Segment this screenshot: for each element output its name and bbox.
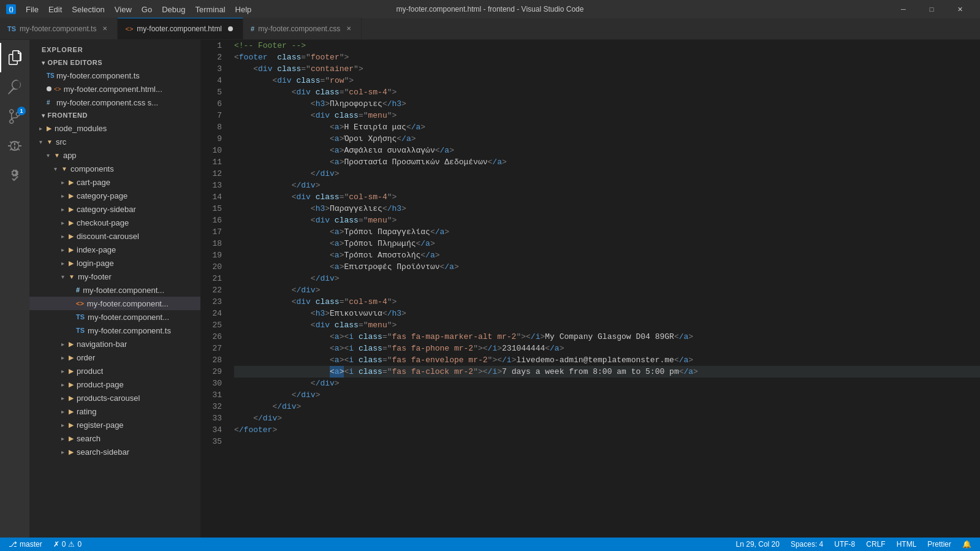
open-editor-item[interactable]: <>my-footer.component.html... [29,82,200,96]
tree-item[interactable]: ▾▼components [29,162,200,175]
code-line[interactable]: <div class="col-sm-4"> [234,296,980,308]
tree-item[interactable]: ▸▶checkout-page [29,216,200,229]
menu-help[interactable]: Help [230,0,257,18]
activity-debug[interactable] [0,131,29,161]
status-cursor[interactable]: Ln 29, Col 20 [734,538,782,551]
status-spaces[interactable]: Spaces: 4 [788,538,826,551]
code-line[interactable]: <a>Προστασία Προσωπικών Δεδομένων</a> [234,156,980,168]
tree-item[interactable]: ▸▶category-page [29,189,200,202]
tree-item[interactable]: ▸▶product-page [29,378,200,391]
tab-html[interactable]: <>my-footer.component.html [118,18,243,39]
menu-selection[interactable]: Selection [67,0,109,18]
tree-item[interactable]: ▾▼src [29,135,200,148]
code-line[interactable]: <h3>Πληροφοριες</h3> [234,98,980,110]
tree-item[interactable]: #my-footer.component... [29,283,200,297]
code-line[interactable]: <a><i class="fas fa-envelope mr-2"></i>l… [234,354,980,366]
status-branch[interactable]: ⎇ master [6,538,45,551]
tree-item[interactable]: ▸▶products-carousel [29,391,200,405]
code-line[interactable]: <a><i class="fas fa-clock mr-2"></i>7 da… [234,366,980,378]
tree-item[interactable]: ▸▶node_modules [29,121,200,135]
tree-item[interactable]: <>my-footer.component... [29,297,200,310]
activity-scm[interactable]: 1 [0,102,29,131]
code-line[interactable]: <div class="menu"> [234,215,980,226]
code-line[interactable]: <!-- Footer --> [234,40,980,51]
tree-item[interactable]: ▾▼app [29,148,200,162]
menu-go[interactable]: Go [137,0,157,18]
minimize-button[interactable]: ─ [889,0,917,18]
activity-extensions[interactable] [0,161,29,190]
open-editor-item[interactable]: #my-footer.component.css s... [29,96,200,109]
tree-item[interactable]: ▸▶navigation-bar [29,337,200,351]
tab-close[interactable] [226,24,235,34]
code-line[interactable]: </div> [234,389,980,401]
code-line[interactable]: <div class="col-sm-4"> [234,86,980,98]
tree-item-label: my-footer.component.ts [88,326,171,335]
code-line[interactable]: </div> [234,412,980,424]
tree-item[interactable]: ▸▶category-sidebar [29,202,200,216]
maximize-button[interactable]: □ [917,0,946,18]
close-button[interactable]: ✕ [946,0,974,18]
tab-ts[interactable]: TSmy-footer.component.ts✕ [0,18,118,39]
code-line[interactable]: <a>Ασφάλεια συναλλαγών</a> [234,145,980,156]
tree-item[interactable]: ▸▶register-page [29,418,200,431]
code-line[interactable]: <div class="col-sm-4"> [234,191,980,203]
code-line[interactable]: </div> [234,273,980,284]
code-line[interactable]: <div class="menu"> [234,110,980,121]
tab-close[interactable]: ✕ [344,24,354,34]
code-line[interactable]: <a><i class="fas fa-phone mr-2"></i>2310… [234,343,980,354]
tree-item[interactable]: TSmy-footer.component.ts [29,324,200,337]
status-errors[interactable]: ✗ 0 ⚠ 0 [51,538,84,551]
code-line[interactable]: <div class="container"> [234,63,980,75]
menu-edit[interactable]: Edit [44,0,67,18]
tree-item[interactable]: ▸▶rating [29,405,200,418]
code-line[interactable]: </footer> [234,424,980,436]
tree-item-label: discount-carousel [77,232,139,241]
tree-item[interactable]: ▸▶search [29,431,200,445]
tree-item[interactable]: ▸▶login-page [29,256,200,270]
code-line[interactable]: <div class="menu"> [234,319,980,331]
tab-css[interactable]: #my-footer.component.css✕ [243,18,362,39]
code-line[interactable]: </div> [234,401,980,412]
tab-close[interactable]: ✕ [100,24,110,34]
code-line[interactable]: <footer class="footer"> [234,51,980,63]
tree-item[interactable]: ▾▼my-footer [29,270,200,283]
open-editor-item[interactable]: TSmy-footer.component.ts [29,69,200,82]
code-line[interactable]: <a>Τρόποι Πληρωμής</a> [234,238,980,249]
tree-item[interactable]: ▸▶order [29,351,200,364]
code-line[interactable] [234,436,980,447]
activity-search[interactable] [0,72,29,102]
tree-item[interactable]: TSmy-footer.component... [29,310,200,324]
tree-item[interactable]: ▸▶cart-page [29,175,200,189]
code-line[interactable]: </div> [234,284,980,296]
tree-item[interactable]: ▸▶search-sidebar [29,445,200,458]
open-editors-header[interactable]: ▾ OPEN EDITORS [29,56,200,69]
code-editor[interactable]: <!-- Footer --><footer class="footer"> <… [232,40,980,538]
menu-debug[interactable]: Debug [157,0,190,18]
code-line[interactable]: <h3>Παραγγελιες</h3> [234,203,980,215]
frontend-header[interactable]: ▾ FRONTEND [29,109,200,121]
code-line[interactable]: </div> [234,378,980,389]
code-line[interactable]: <div class="row"> [234,75,980,86]
code-line[interactable]: <a><i class="fas fa-map-marker-alt mr-2"… [234,331,980,343]
status-formatter[interactable]: Prettier [925,538,954,551]
menu-view[interactable]: View [110,0,137,18]
status-encoding[interactable]: UTF-8 [832,538,857,551]
menu-file[interactable]: File [21,0,44,18]
tree-item[interactable]: ▸▶discount-carousel [29,229,200,243]
code-line[interactable]: <h3>Επικοινωνια</h3> [234,308,980,319]
tree-item[interactable]: ▸▶index-page [29,243,200,256]
menu-terminal[interactable]: Terminal [190,0,230,18]
editor-content[interactable]: 1234567891011121314151617181920212223242… [201,40,980,538]
status-notifications[interactable]: 🔔 [960,538,974,551]
code-line[interactable]: <a>Όροι Χρήσης</a> [234,133,980,145]
code-line[interactable]: <a>Τρόποι Παραγγελίας</a> [234,226,980,238]
tree-item[interactable]: ▸▶product [29,364,200,378]
code-line[interactable]: <a>Επιστροφές Προϊόντων</a> [234,261,980,273]
status-eol[interactable]: CRLF [864,538,887,551]
activity-explorer[interactable] [0,43,29,72]
code-line[interactable]: <a>Τρόποι Αποστολής</a> [234,249,980,261]
status-language[interactable]: HTML [894,538,919,551]
code-line[interactable]: </div> [234,180,980,191]
code-line[interactable]: </div> [234,168,980,180]
code-line[interactable]: <a>Η Εταιρία μας</a> [234,121,980,133]
